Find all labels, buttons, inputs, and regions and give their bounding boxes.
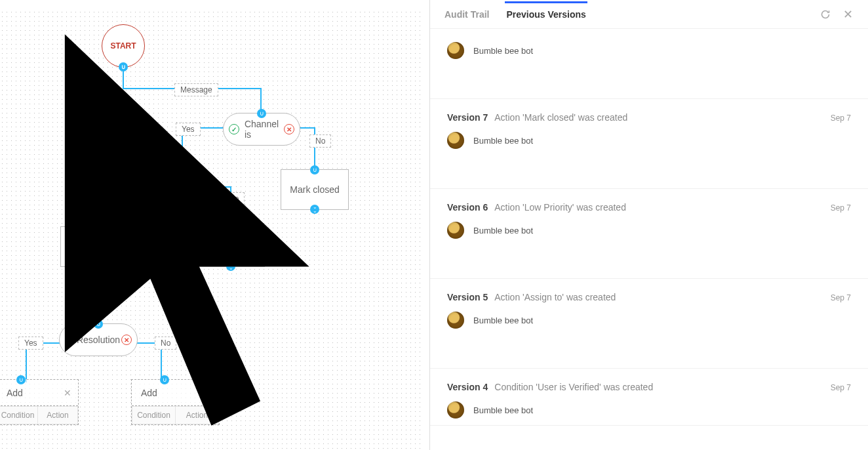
cross-icon: ✕ xyxy=(284,124,294,134)
add-action-button[interactable]: Action xyxy=(37,406,78,424)
port-icon[interactable]: ∪ xyxy=(119,62,128,72)
version-author: Bumble bee bot xyxy=(473,316,533,325)
close-icon[interactable]: ✕ xyxy=(205,388,212,398)
action-label: Low Priority xyxy=(207,241,254,252)
versions-list[interactable]: Bumble bee bot Version 7 Action 'Mark cl… xyxy=(430,29,868,450)
avatar xyxy=(447,222,464,239)
version-date: Sep 7 xyxy=(831,203,851,213)
port-expand-icon[interactable]: ⌄⌄ xyxy=(90,262,99,271)
add-label: Add xyxy=(7,388,23,398)
port-icon[interactable]: ∪ xyxy=(90,222,99,232)
version-item[interactable]: Version 6 Action 'Low Priority' was crea… xyxy=(430,189,868,279)
add-condition-button[interactable]: Condition xyxy=(132,406,175,424)
port-icon[interactable]: ∪ xyxy=(226,222,235,232)
check-icon: ✓ xyxy=(229,124,239,134)
action-assign[interactable]: Assign to ∪ ⌄⌄ xyxy=(60,226,128,267)
port-expand-icon[interactable]: ⌄⌄ xyxy=(226,262,235,271)
action-mark-closed[interactable]: Mark closed ∪ ⌄⌄ xyxy=(281,169,349,210)
version-author: Bumble bee bot xyxy=(473,136,533,146)
version-description: Condition 'User is Verified' was created xyxy=(494,382,830,392)
version-item[interactable]: Version 7 Action 'Mark closed' was creat… xyxy=(430,99,868,189)
version-number: Version 7 xyxy=(447,112,488,123)
avatar xyxy=(447,42,464,59)
cross-icon: ✕ xyxy=(201,182,212,193)
avatar xyxy=(447,401,464,419)
port-icon[interactable]: ∪ xyxy=(257,109,266,118)
decision-user[interactable]: ✓ User is ✕ ∪ xyxy=(143,171,218,204)
version-date: Sep 7 xyxy=(831,293,851,302)
version-number: Version 5 xyxy=(447,292,488,302)
version-item[interactable]: Bumble bee bot xyxy=(430,29,868,99)
add-action-button[interactable]: Action xyxy=(175,406,219,424)
avatar xyxy=(447,132,464,149)
version-item[interactable]: Version 5 Action 'Assign to' was created… xyxy=(430,279,868,369)
check-icon: ✓ xyxy=(149,182,159,193)
side-panel: Audit Trail Previous Versions ✕ Bumble b… xyxy=(430,0,868,450)
refresh-icon[interactable] xyxy=(819,9,831,20)
action-low-priority[interactable]: Low Priority ∪ ⌄⌄ xyxy=(197,226,265,267)
edge-label-no[interactable]: No xyxy=(223,192,245,205)
version-item[interactable]: Version 4 Condition 'User is Verified' w… xyxy=(430,369,868,426)
edge-label-no[interactable]: No xyxy=(309,134,331,148)
version-description: Action 'Assign to' was created xyxy=(494,292,830,302)
decision-label: Channel is xyxy=(245,119,279,140)
check-icon: ✓ xyxy=(65,335,75,345)
port-expand-icon[interactable]: ⌄⌄ xyxy=(310,205,319,214)
edge-label-yes[interactable]: Yes xyxy=(93,180,118,194)
version-description: Action 'Low Priority' was created xyxy=(494,202,830,213)
version-author: Bumble bee bot xyxy=(473,405,533,415)
version-author: Bumble bee bot xyxy=(473,226,533,235)
add-node-placeholder[interactable]: ∪ Add ✕ Condition Action xyxy=(131,379,220,425)
action-label: Mark closed xyxy=(290,184,339,195)
tab-previous-versions[interactable]: Previous Versions xyxy=(506,9,585,20)
port-icon[interactable]: ∪ xyxy=(94,319,103,329)
close-icon[interactable]: ✕ xyxy=(64,388,71,398)
add-label: Add xyxy=(141,388,157,398)
start-label: START xyxy=(110,41,136,51)
version-author: Bumble bee bot xyxy=(473,46,533,56)
tab-audit-trail[interactable]: Audit Trail xyxy=(444,9,489,20)
panel-tabs: Audit Trail Previous Versions ✕ xyxy=(430,0,868,29)
cross-icon: ✕ xyxy=(121,335,132,345)
decision-label: User is xyxy=(167,177,193,198)
version-description: Action 'Mark closed' was created xyxy=(494,112,830,123)
edge-label-yes[interactable]: Yes xyxy=(176,123,201,136)
port-icon[interactable]: ∪ xyxy=(310,165,319,174)
version-number: Version 4 xyxy=(447,382,488,392)
decision-label: Resolution xyxy=(77,335,120,345)
version-date: Sep 7 xyxy=(831,383,851,392)
close-icon[interactable]: ✕ xyxy=(842,9,854,20)
action-label: Assign to xyxy=(75,241,113,252)
decision-channel[interactable]: ✓ Channel is ✕ ∪ xyxy=(223,113,300,146)
edge-label-message[interactable]: Message xyxy=(174,83,218,96)
workflow-canvas[interactable]: START ∪ Message ✓ Channel is ✕ ∪ Yes No … xyxy=(0,0,430,450)
avatar xyxy=(447,312,464,329)
edge-label-yes[interactable]: Yes xyxy=(18,337,43,350)
decision-resolution[interactable]: ✓ Resolution ✕ ∪ xyxy=(59,323,138,356)
edge-label-next[interactable]: Next xyxy=(84,291,112,304)
add-condition-button[interactable]: Condition xyxy=(0,406,37,424)
edge-label-no[interactable]: No xyxy=(155,337,176,350)
port-icon[interactable]: ∪ xyxy=(176,167,185,176)
version-number: Version 6 xyxy=(447,202,488,213)
add-node-placeholder[interactable]: ∪ Add ✕ Condition Action xyxy=(0,379,79,425)
start-node[interactable]: START ∪ xyxy=(102,24,145,68)
version-date: Sep 7 xyxy=(831,113,851,123)
